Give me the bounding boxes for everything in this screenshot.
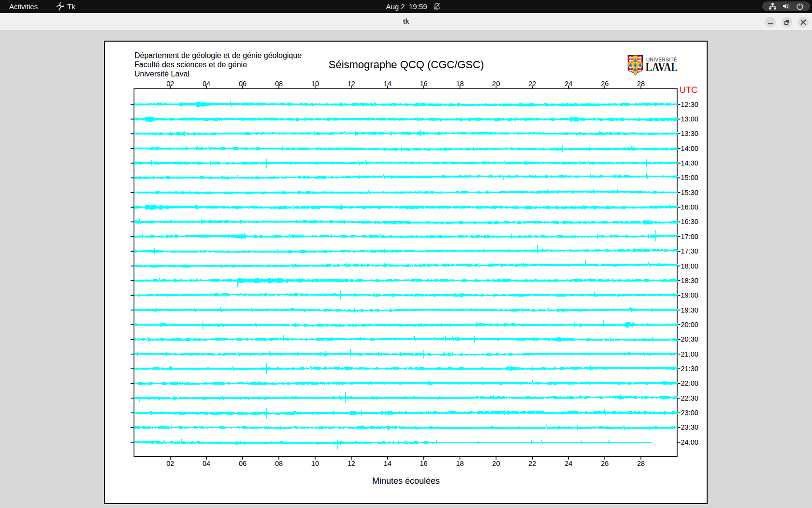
svg-text:10: 10 bbox=[311, 460, 319, 467]
svg-text:20:00: 20:00 bbox=[681, 321, 698, 329]
svg-text:12: 12 bbox=[348, 460, 355, 467]
svg-text:21:30: 21:30 bbox=[681, 365, 698, 373]
svg-text:06: 06 bbox=[239, 80, 246, 88]
svg-text:02: 02 bbox=[166, 460, 174, 467]
svg-text:04: 04 bbox=[203, 460, 210, 467]
svg-text:18:00: 18:00 bbox=[681, 262, 698, 270]
svg-text:LAVAL: LAVAL bbox=[646, 60, 678, 74]
svg-text:02: 02 bbox=[166, 80, 174, 88]
svg-text:13:30: 13:30 bbox=[681, 130, 698, 137]
svg-text:12: 12 bbox=[348, 80, 355, 88]
svg-text:28: 28 bbox=[637, 460, 645, 467]
svg-text:14:30: 14:30 bbox=[681, 159, 698, 167]
svg-text:20: 20 bbox=[492, 460, 500, 467]
svg-text:18:30: 18:30 bbox=[681, 277, 698, 284]
svg-text:19:00: 19:00 bbox=[681, 291, 698, 299]
svg-text:20:30: 20:30 bbox=[681, 335, 698, 343]
svg-text:22: 22 bbox=[528, 460, 536, 467]
svg-text:14: 14 bbox=[384, 80, 392, 88]
svg-text:04: 04 bbox=[203, 80, 210, 88]
svg-text:17:00: 17:00 bbox=[681, 233, 698, 240]
svg-text:10: 10 bbox=[311, 80, 319, 88]
svg-text:16:30: 16:30 bbox=[681, 218, 698, 225]
svg-text:06: 06 bbox=[239, 460, 246, 467]
svg-text:22:00: 22:00 bbox=[681, 379, 698, 387]
svg-text:24:00: 24:00 bbox=[681, 438, 698, 446]
svg-text:18: 18 bbox=[456, 80, 464, 88]
svg-text:26: 26 bbox=[601, 460, 609, 467]
svg-text:Minutes écoulées: Minutes écoulées bbox=[372, 476, 440, 486]
svg-text:21:00: 21:00 bbox=[681, 350, 698, 358]
svg-text:24: 24 bbox=[565, 80, 572, 88]
svg-text:18: 18 bbox=[456, 460, 464, 467]
svg-text:22:30: 22:30 bbox=[681, 394, 698, 402]
svg-text:16: 16 bbox=[420, 460, 428, 467]
svg-text:17:30: 17:30 bbox=[681, 247, 698, 255]
svg-text:16: 16 bbox=[420, 80, 428, 88]
svg-text:22: 22 bbox=[528, 80, 536, 88]
svg-text:28: 28 bbox=[637, 80, 645, 88]
svg-text:26: 26 bbox=[601, 80, 609, 88]
svg-text:19:30: 19:30 bbox=[681, 306, 698, 314]
svg-text:12:30: 12:30 bbox=[681, 101, 698, 108]
svg-text:08: 08 bbox=[275, 80, 283, 88]
svg-text:16:00: 16:00 bbox=[681, 203, 698, 211]
svg-text:24: 24 bbox=[565, 460, 572, 467]
svg-text:13:00: 13:00 bbox=[681, 115, 698, 123]
svg-text:20: 20 bbox=[492, 80, 500, 88]
svg-text:23:00: 23:00 bbox=[681, 409, 698, 417]
svg-text:14:00: 14:00 bbox=[681, 145, 698, 152]
svg-text:UTC: UTC bbox=[680, 85, 697, 95]
svg-text:15:00: 15:00 bbox=[681, 174, 698, 181]
svg-text:14: 14 bbox=[384, 460, 392, 467]
svg-text:15:30: 15:30 bbox=[681, 189, 698, 196]
svg-text:23:30: 23:30 bbox=[681, 423, 698, 431]
svg-text:08: 08 bbox=[275, 460, 283, 467]
